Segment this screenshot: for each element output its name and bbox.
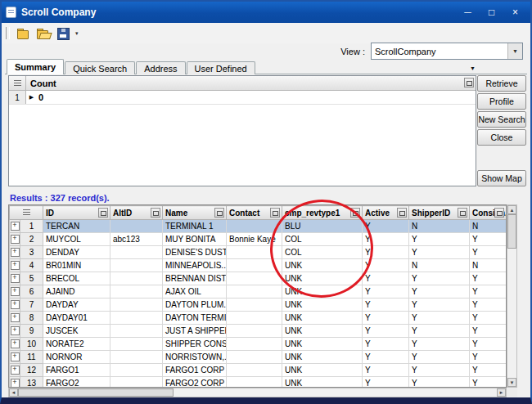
cell-contact[interactable] [227,272,282,285]
cell-consign[interactable]: N [470,220,507,233]
view-combobox[interactable]: ScrollCompany ▼ [371,43,523,60]
cell-shipper[interactable]: Y [409,364,470,377]
cell-revtype[interactable]: UNK [282,338,363,351]
horizontal-scrollbar[interactable]: ◄ ► [8,388,507,397]
table-row[interactable]: +11NORNORNORRISTOWN,...UNKYYY [10,351,507,364]
cell-id[interactable]: BRECOL [43,272,110,285]
cell-shipper[interactable]: N [409,220,470,233]
summary-row-number[interactable]: 1 [9,91,26,104]
table-row[interactable]: +10NORATE2SHIPPER CONSI...UNKYYY [10,338,507,351]
cell-shipper[interactable]: Y [409,246,470,259]
cell-consign[interactable]: Y [470,364,507,377]
cell-consign[interactable]: Y [470,312,507,325]
cell-contact[interactable] [227,312,282,325]
cell-id[interactable]: BR01MIN [43,259,110,272]
expand-button[interactable]: + [11,274,20,283]
cell-revtype[interactable]: UNK [282,377,363,388]
summary-row[interactable]: 1 ▶ 0 [9,91,476,105]
col-header-altid[interactable]: AltID [110,206,163,220]
cell-active[interactable]: Y [363,272,409,285]
cell-consign[interactable]: Y [470,299,507,312]
cell-altid[interactable] [110,338,163,351]
cell-altid[interactable] [110,259,163,272]
cell-name[interactable]: DENISE'S DUST... [163,246,227,259]
cell-name[interactable]: DAYTON TERMI... [163,312,227,325]
cell-revtype[interactable]: UNK [282,272,363,285]
retrieve-button[interactable]: Retrieve [477,75,526,92]
cell-id[interactable]: DAYDAY [43,299,110,312]
cell-shipper[interactable]: Y [409,338,470,351]
expand-button[interactable]: + [11,222,20,231]
table-row[interactable]: +6AJAINDAJAX OILUNKYYY [10,285,507,299]
cell-contact[interactable] [227,351,282,364]
scroll-down-button[interactable]: ▼ [507,378,516,387]
expand-button[interactable]: + [11,248,20,257]
cell-active[interactable]: Y [363,312,409,325]
cell-revtype[interactable]: UNK [282,285,363,299]
cell-contact[interactable] [227,325,282,338]
cell-id[interactable]: DAYDAY01 [43,312,110,325]
cell-name[interactable]: BRENNAN DIST... [163,272,227,285]
column-menu-button[interactable] [458,208,467,218]
cell-consign[interactable]: Y [470,246,507,259]
cell-revtype[interactable]: COL [282,233,363,246]
expand-button[interactable]: + [11,326,20,335]
cell-altid[interactable] [110,364,163,377]
cell-revtype[interactable]: UNK [282,351,363,364]
cell-contact[interactable] [227,220,282,233]
tab-user-defined[interactable]: User Defined [187,61,255,74]
cell-shipper[interactable]: Y [409,233,470,246]
cell-active[interactable]: Y [363,220,409,233]
toolbar-overflow-button[interactable]: ▾ [75,30,79,37]
cell-shipper[interactable]: Y [409,377,470,388]
cell-revtype[interactable]: UNK [282,312,363,325]
cell-active[interactable]: Y [363,233,409,246]
cell-consign[interactable]: N [470,259,507,272]
new-button[interactable] [15,25,33,42]
expand-button[interactable]: + [11,300,20,309]
cell-name[interactable]: NORRISTOWN,... [163,351,227,364]
row-number[interactable]: 13 [20,377,43,388]
cell-name[interactable]: FARGO2 CORP [163,377,227,388]
cell-shipper[interactable]: Y [409,312,470,325]
table-row[interactable]: +9JUSCEKJUST A SHIPPERUNKYYY [10,325,507,338]
col-header-active[interactable]: Active [363,206,409,220]
cell-altid[interactable] [110,272,163,285]
expand-button[interactable]: + [11,339,20,348]
column-menu-button[interactable] [214,208,224,218]
row-number[interactable]: 12 [20,364,43,377]
new-search-button[interactable]: New Search [477,111,526,128]
row-number[interactable]: 6 [20,285,43,299]
col-header-name[interactable]: Name [163,206,227,220]
col-header-revtype[interactable]: cmp_revtype1 [282,206,363,220]
cell-id[interactable]: FARGO2 [43,377,110,388]
cell-active[interactable]: Y [363,299,409,312]
show-map-button[interactable]: Show Map [477,170,526,186]
cell-altid[interactable] [110,312,163,325]
row-number[interactable]: 2 [20,233,43,246]
cell-shipper[interactable]: Y [409,351,470,364]
cell-contact[interactable] [227,299,282,312]
cell-active[interactable]: Y [363,338,409,351]
expand-button[interactable]: + [11,366,20,375]
toolbar-grip[interactable] [6,27,10,39]
expand-button[interactable]: + [11,261,20,270]
table-row[interactable]: +7DAYDAYDAYTON PLUM...UNKYYY [10,299,507,312]
row-number[interactable]: 7 [20,299,43,312]
column-menu-button[interactable] [270,208,280,218]
cell-active[interactable]: Y [363,246,409,259]
cell-name[interactable]: MINNEAPOLIS... [163,259,227,272]
close-button[interactable]: × [504,4,526,20]
expand-button[interactable]: + [11,379,20,388]
cell-id[interactable]: TERCAN [43,220,110,233]
open-button[interactable] [34,25,52,42]
table-row[interactable]: +13FARGO2FARGO2 CORPUNKYYY [10,377,507,388]
cell-id[interactable]: NORNOR [43,351,110,364]
cell-altid[interactable] [110,325,163,338]
row-number[interactable]: 11 [20,351,43,364]
cell-altid[interactable] [110,220,163,233]
row-number[interactable]: 8 [20,312,43,325]
cell-name[interactable]: SHIPPER CONSI... [163,338,227,351]
combo-dropdown-icon[interactable]: ▼ [507,43,522,59]
cell-altid[interactable] [110,285,163,299]
